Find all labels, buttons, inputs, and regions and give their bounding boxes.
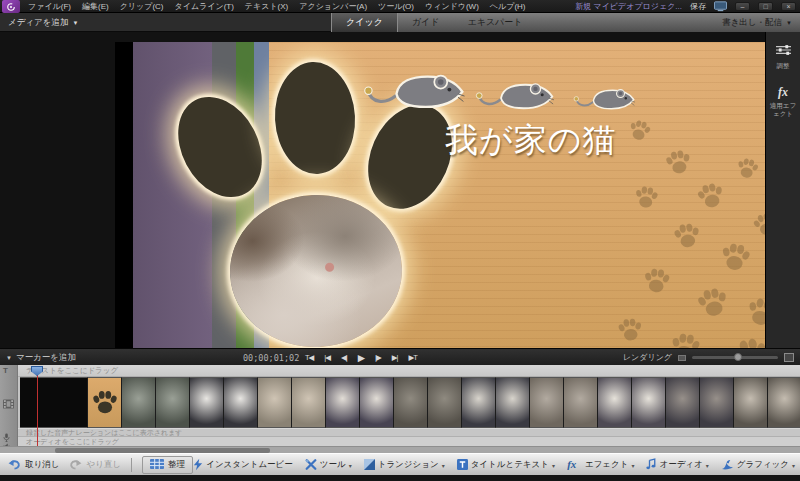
play-button[interactable]: ▶ [358,352,364,363]
add-marker-button[interactable]: ▼ マーカーを追加 [6,349,76,366]
clip-thumbnail[interactable] [258,377,292,428]
clip-thumbnail[interactable] [632,377,666,428]
menu-item[interactable]: 編集(E) [82,1,109,12]
tab-エキスパート[interactable]: エキスパート [453,13,536,32]
clip-thumbnail[interactable] [666,377,700,428]
paw-print-icon [668,331,702,348]
paw-print-icon [695,180,729,217]
previous-edit-button[interactable]: |◀ [324,353,330,362]
playhead-line[interactable] [37,366,38,446]
clip-thumbnail[interactable] [700,377,734,428]
divider [131,458,132,472]
go-to-previous-text-button[interactable]: T◀ [305,353,313,362]
audio-button[interactable]: オーディオ▾ [646,458,708,473]
title-icon [457,459,468,472]
clip-thumbnail[interactable] [734,377,768,428]
monitor-panel: 我が家の猫 調整 fx 適用エフェクト [0,32,800,348]
video-track-icon [3,395,14,413]
paw-print-icon [742,295,765,335]
minimize-button[interactable]: – [735,2,750,11]
clip-thumbnail[interactable] [564,377,598,428]
track-gutter: T [0,365,18,446]
filmstrip[interactable] [20,377,800,428]
tab-ガイド[interactable]: ガイド [398,13,454,32]
close-button[interactable]: × [781,2,796,11]
mouse-graphic [475,78,559,119]
clip-thumbnail[interactable] [190,377,224,428]
audio-track[interactable]: オーディオをここにドラッグ [18,437,800,446]
lightning-icon [193,458,203,473]
text-track[interactable]: テキストをここにドラッグ [18,365,800,377]
window-bottom-edge [0,475,800,481]
clip-thumbnail[interactable] [768,377,800,428]
clip-thumbnail[interactable] [292,377,326,428]
applied-effects-button[interactable]: fx 適用エフェクト [766,85,800,117]
clip-thumbnail[interactable] [360,377,394,428]
paw-print-icon [672,221,703,255]
zoom-fit-button[interactable] [784,353,794,362]
narration-hint: 録音した音声ナレーションはここに表示されます [26,429,182,436]
horizontal-scrollbar[interactable] [0,446,800,453]
clip-thumbnail[interactable] [428,377,462,428]
menu-bar: ファイル(F)編集(E)クリップ(C)タイムライン(T)テキスト(X)アクション… [0,0,800,13]
menu-item[interactable]: アクションバー(A) [299,1,367,12]
transport-buttons: T◀|◀◀|▶|▶▶|▶T [305,349,417,366]
chevron-down-icon: ▾ [631,462,634,469]
effects-button[interactable]: fxエフェクト▾ [567,459,635,472]
zoom-out-icon[interactable] [678,355,686,361]
menu-item[interactable]: ツール(O) [378,1,414,12]
go-to-next-text-button[interactable]: ▶T [409,353,417,362]
action-bar: メディアを追加▼ クイックガイドエキスパート 書き出し・配信▼ [0,13,800,32]
tools-button[interactable]: ツール▾ [305,459,352,472]
tool-label: エフェクト [585,459,629,471]
step-forward-button[interactable]: |▶ [375,353,381,362]
tool-label: ツール [320,459,346,471]
maximize-button[interactable]: □ [758,2,773,11]
transitions-button[interactable]: トランジション▾ [364,459,445,472]
organize-button[interactable]: 整理 [142,456,193,474]
clip-thumbnail[interactable] [496,377,530,428]
titles-text-button[interactable]: タイトルとテキスト▾ [457,459,555,472]
save-button[interactable]: 保存 [690,1,706,12]
clip-thumbnail[interactable] [326,377,360,428]
right-side-panel: 調整 fx 適用エフェクト [765,32,800,348]
title-clip-paw [88,378,121,427]
timeline-zoom-slider[interactable] [692,356,778,359]
instant-movie-button[interactable]: インスタントムービー [193,458,293,473]
clip-thumbnail[interactable] [20,377,88,428]
add-media-button[interactable]: メディアを追加▼ [8,13,78,32]
video-track[interactable] [18,377,800,428]
redo-button[interactable]: やり直し [69,459,121,472]
next-edit-button[interactable]: ▶| [392,353,398,362]
clip-thumbnail[interactable] [462,377,496,428]
clip-thumbnail[interactable] [530,377,564,428]
zoom-slider-handle[interactable] [734,353,742,361]
clip-thumbnail[interactable] [598,377,632,428]
clip-thumbnail[interactable] [122,377,156,428]
undo-button[interactable]: 取り消し [8,459,59,472]
menu-item[interactable]: ファイル(F) [28,1,71,12]
adjust-button[interactable]: 調整 [766,42,800,69]
menu-item[interactable]: クリップ(C) [120,1,164,12]
clip-thumbnail[interactable] [224,377,258,428]
graphics-icon [721,459,734,472]
grid-icon [150,459,164,471]
paw-print-icon [729,335,765,348]
chevron-down-icon: ▾ [349,462,352,469]
menu-item[interactable]: ヘルプ(H) [490,1,526,12]
clip-thumbnail[interactable] [156,377,190,428]
graphics-button[interactable]: グラフィック▾ [721,459,795,472]
tab-クイック[interactable]: クイック [331,13,398,32]
menu-item[interactable]: テキスト(X) [245,1,288,12]
step-back-button[interactable]: ◀| [341,353,347,362]
clip-thumbnail[interactable] [394,377,428,428]
menu-item[interactable]: タイムライン(T) [175,1,234,12]
menu-item[interactable]: ウィンドウ(W) [425,1,479,12]
chevron-down-icon: ▾ [552,462,555,469]
clip-thumbnail[interactable] [88,377,122,428]
render-button[interactable]: レンダリング [623,352,672,363]
narration-track[interactable]: 録音した音声ナレーションはここに表示されます [18,428,800,437]
paw-print-icon [641,267,671,301]
video-preview[interactable]: 我が家の猫 [115,42,765,348]
export-share-button[interactable]: 書き出し・配信▼ [722,13,792,32]
